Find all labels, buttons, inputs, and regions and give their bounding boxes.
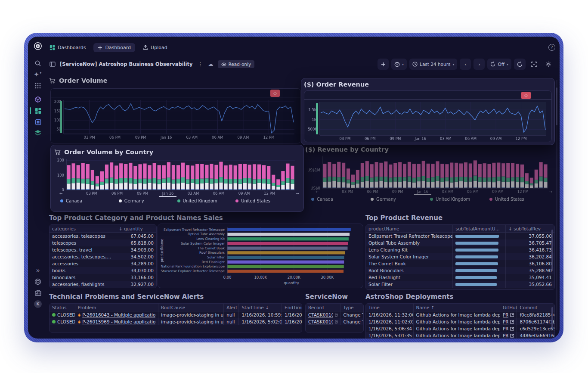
legend-item[interactable]: United Kingdom — [177, 199, 236, 203]
table-cell — [452, 267, 505, 274]
legend-dot — [177, 199, 180, 202]
table-cell: 1/16/2026, 11:02:03 AM — [366, 318, 413, 325]
dashboard-panel-icon[interactable] — [50, 62, 56, 67]
cloud-icon[interactable]: ☁ — [208, 61, 214, 67]
new-dashboard-button[interactable]: Dashboard — [93, 43, 135, 52]
legend-item[interactable]: United Kingdom — [430, 197, 489, 202]
pr-link[interactable]: PR — [503, 333, 509, 338]
dashboard-title[interactable]: [ServiceNow] Astroshop Business Observab… — [60, 61, 193, 67]
fullscreen-button[interactable] — [528, 59, 540, 70]
column-header[interactable]: EndTime — [282, 304, 302, 311]
app-logo[interactable] — [34, 42, 42, 50]
table-row: Solar System Color Imager36,202.84 — [366, 253, 554, 260]
problem-link[interactable]: P-26015969 - Multiple application proble… — [82, 319, 155, 324]
pr-link[interactable]: PR — [503, 319, 509, 324]
svg-text:06 AM: 06 AM — [467, 190, 479, 194]
tech-problems-title[interactable]: Technical Problems and ServiceNow Alerts — [49, 293, 204, 301]
table-row: 1/16/2026, 5:06:34 AMGithub Actions for … — [366, 325, 554, 332]
legend-label: Germany — [124, 199, 144, 203]
category-sales-title[interactable]: Top Product Category and Product Names S… — [49, 214, 223, 222]
alert-health-icon[interactable]: ◇ — [270, 90, 280, 97]
column-header[interactable]: subTotalAmountU... — [452, 225, 505, 232]
column-header[interactable]: categories — [50, 225, 116, 232]
status-dot — [52, 320, 56, 323]
table-row: binoculars33,166.00 — [50, 274, 156, 281]
refresh-button[interactable] — [514, 59, 526, 70]
legend-item[interactable]: Germany — [371, 197, 430, 202]
table-scrollbar-thumb[interactable] — [551, 307, 553, 329]
column-header[interactable]: Problem — [75, 304, 158, 311]
ai-sparkles-icon[interactable]: ✦✦ — [34, 70, 42, 79]
auto-refresh-picker[interactable]: Off ▾ — [487, 59, 511, 70]
settings-button[interactable] — [542, 59, 554, 70]
dashboards-nav-icon[interactable] — [34, 106, 42, 115]
problem-link[interactable]: P-26016043 - Multiple application proble… — [82, 312, 155, 317]
search-icon[interactable] — [34, 59, 42, 68]
deployments-title[interactable]: AstroShop Deployments — [365, 293, 453, 301]
table-row: Optical Tube Assembly36,705.47 — [366, 239, 554, 246]
column-header[interactable]: Type — [340, 304, 363, 311]
dashboard-scrollbar-thumb[interactable] — [556, 87, 557, 125]
table-cell: c6d529e13ce65878a7 — [517, 325, 554, 332]
table-cell: 1/16/2026, 5:01:35 AM — [366, 332, 413, 339]
svg-text:←: ← — [316, 190, 319, 194]
app-window: ✦✦ » K — [24, 33, 563, 342]
column-header[interactable]: Alert — [223, 304, 238, 311]
apps-grid-icon[interactable] — [34, 81, 42, 90]
column-header[interactable]: Commit — [517, 304, 554, 311]
column-header[interactable]: ↓ quantity — [116, 225, 156, 232]
widgets-icon[interactable] — [34, 118, 42, 126]
pr-link[interactable]: PR — [503, 326, 509, 331]
legend-dot — [489, 198, 492, 201]
top-product-revenue-title[interactable]: Top Product Revenue — [365, 214, 443, 222]
time-range-picker[interactable]: Last 24 hours ▾ — [409, 59, 457, 70]
column-header[interactable]: StartTime ↓ — [238, 304, 282, 311]
external-link-icon — [510, 320, 514, 324]
column-header[interactable]: Time — [366, 304, 413, 311]
legend-item[interactable]: United States — [235, 199, 294, 203]
upload-button[interactable]: Upload — [143, 45, 167, 50]
svg-text:US$1M: US$1M — [307, 168, 320, 172]
legend-item[interactable]: Germany — [119, 199, 177, 203]
legend-item[interactable]: United States — [489, 197, 549, 202]
support-icon[interactable] — [34, 277, 42, 286]
help-icon[interactable]: ? — [548, 44, 555, 51]
user-avatar[interactable]: K — [34, 300, 42, 308]
column-header[interactable]: GitHub — [500, 304, 517, 311]
order-revenue-title[interactable]: ($) Order Revenue — [304, 81, 552, 88]
order-volume-title[interactable]: Order Volume — [49, 77, 302, 84]
alert-health-icon[interactable]: ◇ — [521, 92, 531, 99]
variables-dropdown[interactable]: ▾ — [391, 59, 407, 70]
legend-item[interactable]: Canada — [60, 199, 119, 203]
metrics-panel-icon[interactable] — [34, 289, 42, 297]
record-link[interactable]: CTASK0010004 — [308, 319, 333, 324]
svg-text:09 AM: 09 AM — [492, 190, 504, 194]
column-header[interactable]: Name ↑ — [413, 304, 500, 311]
table-row: The Comet Book36,106.80 — [366, 260, 554, 267]
table-scrollbar-thumb[interactable] — [551, 230, 553, 271]
svg-text:03 PM: 03 PM — [342, 190, 353, 194]
volume-by-country-title[interactable]: Order Volume by Country — [54, 149, 300, 155]
expand-sidebar-icon[interactable]: » — [34, 266, 42, 275]
column-header[interactable]: RootCause — [158, 304, 223, 311]
kebab-menu-icon[interactable]: ⋮ — [198, 61, 203, 67]
column-header[interactable]: ↓ subTotalRev — [505, 225, 554, 232]
nav-dashboards[interactable]: Dashboards — [50, 45, 86, 50]
time-shift-forward-button[interactable]: › — [473, 59, 485, 70]
legend-item[interactable]: Canada — [311, 197, 371, 202]
servicenow-title[interactable]: ServiceNow — [305, 293, 348, 301]
add-panel-button[interactable] — [378, 59, 389, 70]
external-link-icon — [335, 320, 337, 324]
pr-link[interactable]: PR — [503, 312, 509, 317]
packages-icon[interactable] — [34, 95, 42, 104]
explore-3d-icon[interactable] — [34, 129, 42, 137]
svg-text:06 PM: 06 PM — [111, 191, 123, 196]
column-header[interactable]: Record — [306, 304, 340, 311]
column-header[interactable]: Status — [50, 304, 75, 311]
table-header: TimeName ↑GitHubCommit — [366, 304, 554, 311]
time-shift-back-button[interactable]: ‹ — [460, 59, 471, 70]
record-link[interactable]: CTASK0010004 — [308, 312, 333, 317]
column-header[interactable]: productName — [366, 225, 452, 232]
revenue-by-country-title[interactable]: ($) Revenue by Country — [305, 146, 555, 153]
table-cell: The Comet Book — [366, 260, 452, 267]
